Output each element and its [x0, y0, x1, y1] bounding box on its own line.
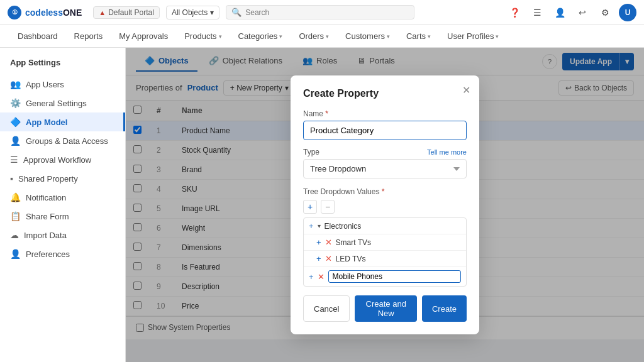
tree-controls: + −: [303, 200, 467, 214]
history-icon[interactable]: ↩: [574, 4, 591, 21]
nav-carts[interactable]: Carts▾: [399, 28, 438, 45]
portal-name: Default Portal: [108, 8, 154, 17]
type-section-label: Type Tell me more: [303, 148, 467, 156]
all-objects-button[interactable]: All Objects ▾: [166, 6, 219, 19]
sidebar-item-import-data[interactable]: ☁ Import Data: [0, 226, 125, 244]
name-field-label: Name *: [303, 109, 467, 118]
tree-item-del-led-tvs[interactable]: ✕: [325, 254, 332, 263]
shared-prop-icon: ▪: [10, 173, 13, 184]
create-and-new-button[interactable]: Create and New: [355, 295, 417, 322]
tree-required-indicator: *: [382, 187, 385, 196]
sidebar-item-general-settings[interactable]: ⚙️ General Settings: [0, 94, 125, 112]
tree-item-label-led-tvs: LED TVs: [336, 255, 461, 263]
nav-bar: Dashboard Reports My Approvals Products▾…: [0, 25, 644, 48]
search-bar: 🔍: [226, 5, 414, 19]
nav-orders[interactable]: Orders▾: [291, 28, 336, 45]
tree-item-led-tvs: + ✕ LED TVs: [304, 251, 466, 267]
menu-icon[interactable]: ☰: [528, 4, 546, 21]
cancel-button[interactable]: Cancel: [303, 295, 350, 322]
sidebar: App Settings 👥 App Users ⚙️ General Sett…: [0, 48, 126, 362]
tree-item-add-electronics[interactable]: +: [309, 221, 314, 231]
tree-item-add-led-tvs[interactable]: +: [316, 254, 321, 263]
modal-close-button[interactable]: ✕: [462, 84, 470, 96]
sidebar-title: App Settings: [0, 58, 125, 75]
sidebar-item-shared-property[interactable]: ▪ Shared Property: [0, 169, 125, 188]
groups-icon: 👤: [10, 136, 21, 146]
notification-icon: 🔔: [10, 192, 21, 202]
preferences-icon: 👤: [10, 249, 21, 259]
tree-item-electronics: + ▾ Electronics: [304, 218, 466, 234]
property-name-input[interactable]: [303, 121, 467, 140]
sidebar-item-preferences[interactable]: 👤 Preferences: [0, 244, 125, 263]
portal-icon: ▲: [99, 9, 106, 16]
categories-chevron: ▾: [279, 33, 282, 40]
all-objects-label: All Objects: [172, 8, 208, 17]
tree-values-label: Tree Dropdown Values *: [303, 187, 467, 196]
nav-categories[interactable]: Categories▾: [231, 28, 291, 45]
logo-icon: ①: [8, 6, 21, 19]
sidebar-item-approval-workflow[interactable]: ☰ Approval Workflow: [0, 150, 125, 169]
search-input[interactable]: [245, 8, 409, 17]
content: 🔷 Objects 🔗 Object Relations 👥 Roles 🖥 P…: [126, 48, 644, 362]
nav-approvals[interactable]: My Approvals: [111, 28, 175, 45]
carts-chevron: ▾: [428, 33, 431, 40]
modal-actions: Cancel Create and New Create: [303, 295, 467, 322]
tree-item-del-smart-tvs[interactable]: ✕: [325, 238, 332, 247]
sidebar-item-groups-data-access[interactable]: 👤 Groups & Data Access: [0, 131, 125, 150]
orders-chevron: ▾: [326, 33, 329, 40]
tree-item-input-mobile-phones[interactable]: [328, 270, 461, 283]
tree-item-label-smart-tvs: Smart TVs: [336, 238, 461, 247]
search-icon: 🔍: [231, 8, 242, 17]
nav-dashboard[interactable]: Dashboard: [10, 28, 65, 45]
sidebar-item-app-users[interactable]: 👥 App Users: [0, 75, 125, 94]
settings-icon[interactable]: ⚙: [596, 4, 614, 21]
share-form-icon: 📋: [10, 211, 21, 221]
tree-item-add-smart-tvs[interactable]: +: [316, 238, 321, 247]
tell-me-more-link[interactable]: Tell me more: [427, 148, 467, 156]
tree-item-mobile-phones: + ✕: [304, 267, 466, 286]
nav-customers[interactable]: Customers▾: [338, 28, 397, 45]
tree-list: + ▾ Electronics + ✕ Smart TVs + ✕ LED TV…: [303, 217, 467, 287]
tree-item-add-mobile-phones[interactable]: +: [309, 272, 314, 282]
main-layout: App Settings 👥 App Users ⚙️ General Sett…: [0, 48, 644, 362]
tree-item-expand-electronics[interactable]: ▾: [318, 222, 321, 229]
customers-chevron: ▾: [387, 33, 390, 40]
users-icon[interactable]: 👤: [551, 4, 569, 21]
sidebar-item-app-model[interactable]: 🔷 App Model: [0, 112, 125, 131]
tree-item-smart-tvs: + ✕ Smart TVs: [304, 234, 466, 251]
sidebar-item-share-form[interactable]: 📋 Share Form: [0, 207, 125, 226]
approval-icon: ☰: [10, 155, 18, 165]
modal-title: Create Property: [303, 88, 467, 99]
modal-overlay: Create Property ✕ Name * Type Tell me mo…: [126, 48, 644, 362]
user-profiles-chevron: ▾: [496, 33, 499, 40]
tree-add-button[interactable]: +: [303, 200, 317, 214]
tree-item-del-mobile-phones[interactable]: ✕: [318, 272, 325, 282]
general-settings-icon: ⚙️: [10, 98, 21, 108]
help-icon[interactable]: ❓: [506, 4, 523, 21]
tree-remove-button[interactable]: −: [321, 200, 335, 214]
top-bar: ① codelessONE ▲ Default Portal All Objec…: [0, 0, 644, 25]
nav-user-profiles[interactable]: User Profiles▾: [440, 28, 506, 45]
top-bar-right: ❓ ☰ 👤 ↩ ⚙ U: [506, 4, 636, 21]
tree-item-label-electronics: Electronics: [325, 222, 461, 231]
app-users-icon: 👥: [10, 79, 21, 89]
import-data-icon: ☁: [10, 230, 19, 240]
create-button[interactable]: Create: [422, 295, 467, 322]
type-select[interactable]: Tree Dropdown Text Number Dropdown: [303, 159, 467, 178]
sidebar-item-notification[interactable]: 🔔 Notification: [0, 188, 125, 207]
all-objects-chevron: ▾: [210, 8, 214, 17]
portal-badge[interactable]: ▲ Default Portal: [93, 6, 160, 19]
nav-products[interactable]: Products▾: [177, 28, 229, 45]
create-property-modal: Create Property ✕ Name * Type Tell me mo…: [291, 75, 479, 334]
app-model-icon: 🔷: [10, 117, 21, 127]
products-chevron: ▾: [219, 33, 222, 40]
name-required-indicator: *: [325, 109, 328, 118]
logo-text: codelessONE: [25, 8, 82, 18]
logo: ① codelessONE: [8, 6, 82, 19]
avatar[interactable]: U: [619, 4, 636, 21]
nav-reports[interactable]: Reports: [67, 28, 111, 45]
